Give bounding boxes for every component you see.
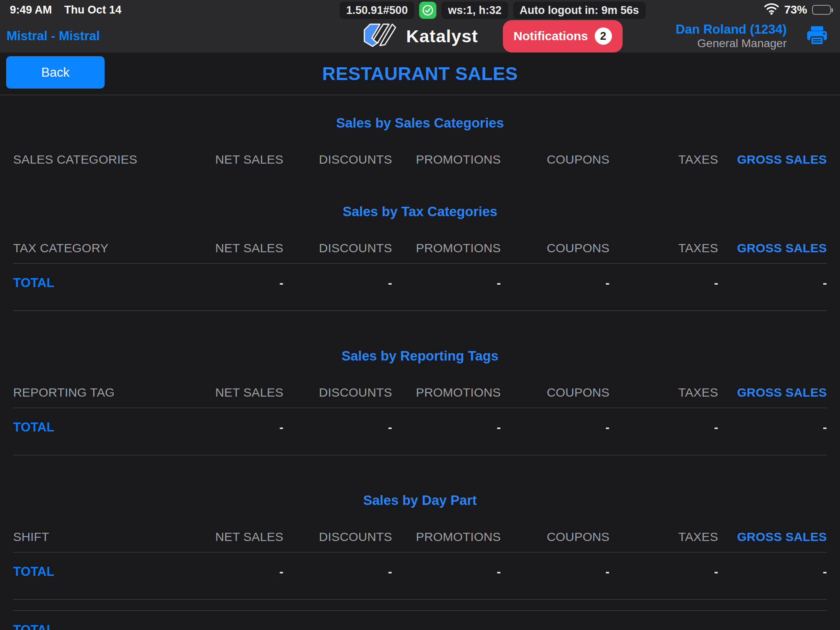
column-header-promotions[interactable]: PROMOTIONS [392,530,501,544]
clock: 9:49 AM [10,4,52,16]
workstation-badge: ws:1, h:32 [441,2,508,19]
total-promotions: - [392,420,501,434]
column-header-gross-sales[interactable]: GROSS SALES [718,153,827,167]
divider [13,455,827,455]
total-gross-sales: - [718,565,827,579]
column-header-coupons[interactable]: COUPONS [501,241,609,255]
user-role: General Manager [676,37,787,50]
column-header-net-sales[interactable]: NET SALES [175,530,283,544]
version-badge: 1.50.91#500 [340,2,414,19]
page-title: RESTAURANT SALES [0,52,840,95]
total-label: TOTAL [13,564,175,579]
column-header-taxes[interactable]: TAXES [609,386,718,399]
total-row: TOTAL - - - - - - [13,408,827,447]
notifications-button[interactable]: Notifications 2 [503,20,623,52]
total-coupons: - [501,565,609,579]
column-header-discounts[interactable]: DISCOUNTS [283,241,392,255]
total-net-sales: - [175,565,283,579]
column-header-sales-categories[interactable]: SALES CATEGORIES [13,153,175,167]
column-header-coupons[interactable]: COUPONS [501,153,609,167]
total-row: TOTAL - - - - - - [13,264,827,302]
table-header-row: TAX CATEGORY NET SALES DISCOUNTS PROMOTI… [13,241,827,255]
total-coupons: - [501,420,609,434]
auto-logout-badge: Auto logout in: 9m 56s [513,2,646,19]
printer-icon [806,26,828,47]
column-header-discounts[interactable]: DISCOUNTS [283,153,392,167]
column-header-taxes[interactable]: TAXES [609,241,718,255]
total-net-sales: - [175,420,283,434]
total-label: TOTAL [13,420,175,435]
column-header-gross-sales[interactable]: GROSS SALES [718,386,827,399]
total-promotions: - [392,565,501,579]
print-button[interactable] [806,26,828,47]
column-header-gross-sales[interactable]: GROSS SALES [718,241,827,255]
column-header-promotions[interactable]: PROMOTIONS [392,153,501,167]
report-content: Sales by Sales Categories SALES CATEGORI… [0,95,840,630]
status-system-group: 73% [764,0,831,20]
grand-total-row: TOTAL [13,611,827,630]
user-menu[interactable]: Dan Roland (1234) General Manager [676,22,787,50]
column-header-taxes[interactable]: TAXES [609,153,718,167]
column-header-net-sales[interactable]: NET SALES [175,241,283,255]
battery-percent: 73% [784,3,807,16]
column-header-coupons[interactable]: COUPONS [501,530,609,544]
grand-total-label: TOTAL [13,623,175,630]
total-net-sales: - [175,276,283,290]
battery-nub [831,8,833,12]
wifi-icon [764,2,779,18]
section-heading: Sales by Tax Categories [13,203,827,221]
total-coupons: - [501,276,609,290]
nav-right-group: Notifications 2 Dan Roland (1234) Genera… [503,20,828,52]
total-gross-sales: - [718,276,827,290]
total-taxes: - [609,276,718,290]
brand-name: Katalyst [406,26,478,46]
divider [13,310,827,311]
column-header-promotions[interactable]: PROMOTIONS [392,241,501,255]
total-taxes: - [609,420,718,434]
section-sales-by-day-part: Sales by Day Part SHIFT NET SALES DISCOU… [13,491,827,600]
table-header-row: SALES CATEGORIES NET SALES DISCOUNTS PRO… [13,153,827,167]
total-discounts: - [283,565,392,579]
notifications-label: Notifications [514,29,588,43]
nav-bar: Mistral - Mistral Katalyst Notifications [0,20,840,52]
column-header-reporting-tag[interactable]: REPORTING TAG [13,386,175,399]
date: Thu Oct 14 [64,4,122,16]
section-heading: Sales by Day Part [13,491,827,509]
divider [13,599,827,600]
total-label: TOTAL [13,276,175,290]
status-bar: 9:49 AM Thu Oct 14 1.50.91#500 ws:1, h:3… [0,0,840,20]
column-header-discounts[interactable]: DISCOUNTS [283,386,392,399]
top-bar: 9:49 AM Thu Oct 14 1.50.91#500 ws:1, h:3… [0,0,840,52]
katalyst-logo-icon [362,23,397,50]
column-header-net-sales[interactable]: NET SALES [175,153,283,167]
column-header-coupons[interactable]: COUPONS [501,386,609,399]
store-location-link[interactable]: Mistral - Mistral [7,29,100,43]
total-discounts: - [283,420,392,434]
section-heading: Sales by Sales Categories [13,114,827,132]
column-header-discounts[interactable]: DISCOUNTS [283,530,392,544]
total-taxes: - [609,565,718,579]
total-discounts: - [283,276,392,290]
battery-icon [812,5,831,15]
table-header-row: SHIFT NET SALES DISCOUNTS PROMOTIONS COU… [13,530,827,544]
status-badges: 1.50.91#500 ws:1, h:32 Auto logout in: 9… [340,2,646,19]
toolbar: Back RESTAURANT SALES [0,52,840,95]
brand: Katalyst [362,23,478,50]
grand-total-section: TOTAL [13,610,827,630]
column-header-tax-category[interactable]: TAX CATEGORY [13,241,175,255]
total-promotions: - [392,276,501,290]
user-name: Dan Roland (1234) [676,22,787,37]
section-sales-by-sales-categories: Sales by Sales Categories SALES CATEGORI… [13,114,827,167]
column-header-gross-sales[interactable]: GROSS SALES [718,530,827,544]
table-header-row: REPORTING TAG NET SALES DISCOUNTS PROMOT… [13,386,827,399]
status-clock-group: 9:49 AM Thu Oct 14 [10,4,121,16]
column-header-promotions[interactable]: PROMOTIONS [392,386,501,399]
column-header-net-sales[interactable]: NET SALES [175,386,283,399]
column-header-shift[interactable]: SHIFT [13,530,175,544]
column-header-taxes[interactable]: TAXES [609,530,718,544]
section-heading: Sales by Reporting Tags [13,347,827,365]
check-circle-icon [419,2,436,19]
section-sales-by-tax-categories: Sales by Tax Categories TAX CATEGORY NET… [13,203,827,311]
section-sales-by-reporting-tags: Sales by Reporting Tags REPORTING TAG NE… [13,347,827,455]
notification-count-badge: 2 [595,27,612,45]
